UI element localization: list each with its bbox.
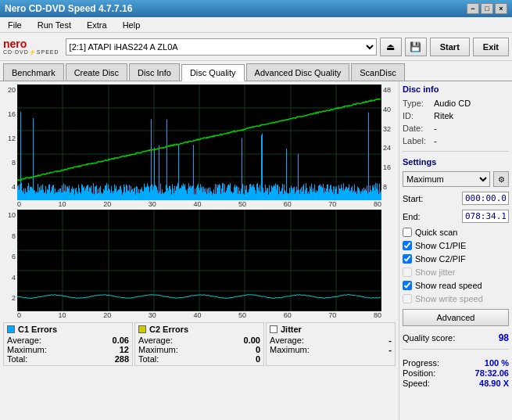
c1-color-box	[7, 325, 15, 333]
c2-header: C2 Errors	[138, 325, 260, 334]
c1-avg-val: 0.06	[113, 336, 129, 345]
toolbar: nero CD·DVD⚡SPEED [2:1] ATAPI iHAS224 A …	[0, 33, 512, 61]
side-panel: Disc info Type: Audio CD ID: Ritek Date:…	[399, 81, 512, 420]
c2-avg-row: Average: 0.00	[138, 336, 260, 345]
start-button[interactable]: Start	[430, 38, 470, 56]
show-c2pif-checkbox[interactable]	[403, 254, 412, 264]
save-button[interactable]: 💾	[405, 38, 427, 56]
quick-scan-checkbox[interactable]	[403, 228, 412, 237]
title-bar: Nero CD-DVD Speed 4.7.7.16 − □ ×	[0, 0, 512, 17]
tab-advanced-disc-quality[interactable]: Advanced Disc Quality	[246, 63, 350, 81]
y-top-20: 20	[8, 86, 16, 94]
menu-file[interactable]: File	[3, 19, 27, 31]
nero-brand: nero	[3, 38, 59, 49]
x-axis-bottom: 0 10 20 30 40 50 60 70 80	[3, 311, 396, 319]
exit-button[interactable]: Exit	[473, 38, 509, 56]
end-time-input[interactable]	[462, 210, 509, 223]
settings-icon-button[interactable]: ⚙	[493, 171, 509, 187]
show-read-speed-row: Show read speed	[403, 281, 509, 290]
advanced-button[interactable]: Advanced	[403, 309, 509, 326]
show-write-speed-label: Show write speed	[415, 294, 483, 303]
jitter-max-label: Maximum:	[270, 345, 310, 354]
menu-help[interactable]: Help	[118, 19, 145, 31]
menu-extra[interactable]: Extra	[82, 19, 112, 31]
jitter-avg-label: Average:	[270, 336, 304, 345]
c2-total-label: Total:	[138, 354, 159, 364]
tab-create-disc[interactable]: Create Disc	[66, 63, 127, 81]
c2-total-row: Total: 0	[138, 354, 260, 364]
jitter-stats: Jitter Average: - Maximum: -	[266, 322, 396, 366]
start-time-input[interactable]: 000:00.00	[462, 192, 509, 205]
speed-row: Speed: 48.90 X	[403, 379, 509, 388]
c2-max-label: Maximum:	[138, 345, 178, 354]
y-top-12: 12	[8, 135, 16, 142]
show-write-speed-row: Show write speed	[403, 294, 509, 303]
c2-avg-label: Average:	[138, 336, 173, 345]
c1-total-row: Total: 288	[7, 354, 129, 364]
drive-select[interactable]: [2:1] ATAPI iHAS224 A ZL0A	[66, 38, 377, 56]
show-read-speed-checkbox[interactable]	[403, 281, 412, 290]
nero-subbrand: CD·DVD⚡SPEED	[3, 49, 59, 55]
show-c1pie-label: Show C1/PIE	[415, 241, 466, 250]
disc-info-title: Disc info	[403, 84, 509, 94]
jitter-max-val: -	[388, 345, 392, 354]
c1-max-row: Maximum: 12	[7, 345, 129, 354]
chart-bottom	[17, 210, 381, 311]
eject-button[interactable]: ⏏	[380, 38, 402, 56]
close-button[interactable]: ×	[495, 3, 507, 14]
profile-select[interactable]: Maximum	[403, 171, 490, 187]
c2-max-val: 0	[256, 345, 260, 354]
c1-total-label: Total:	[7, 354, 27, 364]
y-right-16: 16	[383, 163, 391, 171]
end-label: End:	[403, 212, 421, 221]
jitter-label: Jitter	[281, 325, 302, 334]
stats-row: C1 Errors Average: 0.06 Maximum: 12 Tota…	[3, 322, 396, 366]
c1-avg-row: Average: 0.06	[7, 336, 129, 345]
window-controls: − □ ×	[467, 3, 507, 14]
menu-run-test[interactable]: Run Test	[33, 19, 76, 31]
window-title: Nero CD-DVD Speed 4.7.7.16	[5, 3, 132, 14]
show-jitter-row: Show jitter	[403, 267, 509, 277]
tab-disc-info[interactable]: Disc Info	[129, 63, 180, 81]
disc-id-val: Ritek	[434, 111, 453, 120]
show-read-speed-label: Show read speed	[415, 281, 482, 290]
minimize-button[interactable]: −	[467, 3, 479, 14]
disc-label-val: -	[434, 136, 437, 145]
c2-label: C2 Errors	[149, 325, 188, 334]
tab-benchmark[interactable]: Benchmark	[3, 63, 64, 81]
y-right-32: 32	[383, 125, 391, 133]
quality-row: Quality score: 98	[403, 332, 509, 343]
show-write-speed-checkbox[interactable]	[403, 294, 412, 303]
jitter-max-row: Maximum: -	[270, 345, 392, 354]
disc-date-key: Date:	[403, 124, 431, 133]
disc-date-row: Date: -	[403, 124, 509, 133]
y-bot-2: 2	[12, 294, 16, 302]
c2-total-val: 0	[256, 354, 260, 364]
c1-header: C1 Errors	[7, 325, 129, 334]
disc-label-key: Label:	[403, 136, 431, 145]
position-row: Position: 78:32.06	[403, 368, 509, 378]
show-c1pie-checkbox[interactable]	[403, 241, 412, 250]
maximize-button[interactable]: □	[481, 3, 493, 14]
tab-scan-disc[interactable]: ScanDisc	[351, 63, 404, 81]
profile-row: Maximum ⚙	[403, 171, 509, 187]
tab-disc-quality[interactable]: Disc Quality	[181, 64, 245, 81]
y-bot-10: 10	[8, 211, 16, 219]
y-right-8: 8	[383, 183, 387, 191]
disc-label-row: Label: -	[403, 136, 509, 145]
c2-max-row: Maximum: 0	[138, 345, 260, 354]
position-label: Position:	[403, 368, 435, 378]
jitter-header: Jitter	[270, 325, 392, 334]
position-val: 78:32.06	[475, 368, 509, 378]
c1-max-label: Maximum:	[7, 345, 47, 354]
speed-val: 48.90 X	[479, 379, 509, 388]
settings-title: Settings	[403, 157, 509, 167]
c1-max-val: 12	[120, 345, 129, 354]
show-c2pif-row: Show C2/PIF	[403, 254, 509, 264]
show-jitter-checkbox[interactable]	[403, 267, 412, 277]
quick-scan-label: Quick scan	[415, 228, 457, 237]
y-right-24: 24	[383, 144, 391, 152]
y-bot-8: 8	[12, 232, 16, 240]
c2-stats: C2 Errors Average: 0.00 Maximum: 0 Total…	[134, 322, 264, 366]
y-top-8: 8	[12, 159, 16, 167]
